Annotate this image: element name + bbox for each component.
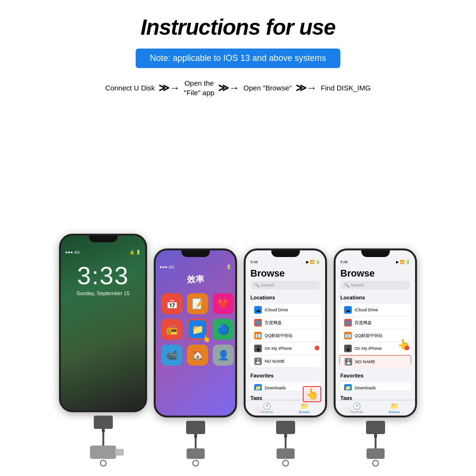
arrow-2: ≫→ [218,82,239,94]
nav-recents-4: 🕐 Recents [351,402,363,414]
phone-2-usb [186,419,205,466]
app-icon-7: 📹 [161,345,182,366]
phone-2-notch [181,250,210,257]
browse-icon-3: 📁 [300,402,308,410]
recents-icon-3: 🕐 [263,402,271,410]
app-icon-2: 📝 [187,293,208,314]
badge-3 [315,346,319,350]
iphone-label-3: On My iPhone [265,346,292,351]
browse-item-icloud-3: ☁ iCloud Drive [249,304,321,317]
usb-body-4 [367,448,385,459]
browse-list-4: ☁ iCloud Drive 🌐 百度网盘 📧 QQ邮箱中转站 📱 [339,304,411,368]
noname-label-3: NO NAME [265,359,285,364]
iphone-label-4: On My iPhone [355,346,382,351]
lock-time: 3:33 [77,263,129,288]
usb-ring-4 [372,460,379,466]
browse-list-3: ☁ iCloud Drive 🌐 百度网盘 📧 QQ邮箱中转站 📱 [249,304,321,368]
browse-status-4: 5:08 ▶ 📶 🔋 [336,259,415,266]
browse-section-locations-4: Locations [336,292,415,301]
app-icon-files: 📁 👆 [187,319,208,340]
phone-1: ●●● 4G 🔒 🔋 3:33 Sunday, September 15 [59,234,147,412]
browse-item-qq-3: 📧 QQ邮箱中转站 [249,329,321,342]
lock-signal: ●●● 4G [65,250,80,255]
app-icon-4: 📻 [161,319,182,340]
hand-pointer-2: 👆 [202,335,210,342]
phone-2: ●●● 4G 🔋 效率 📅 📝 ❤️ 📻 📁 👆 [154,248,237,417]
step-4-label: Find DISK_IMG [321,83,371,93]
phone-1-wrap: ●●● 4G 🔒 🔋 3:33 Sunday, September 15 [59,234,147,466]
lock-date: Sunday, September 15 [77,290,130,296]
browse-item-noname-4: 💾 NO NAME [339,355,411,368]
qq-label-3: QQ邮箱中转站 [265,333,293,339]
nav-recents-3: 🕐 Recents [261,402,273,414]
lockscreen: ●●● 4G 🔒 🔋 3:33 Sunday, September 15 [61,236,145,410]
browse-item-icloud-4: ☁ iCloud Drive [339,304,411,317]
browse-item-baidu-3: 🌐 百度网盘 [249,317,321,329]
nav-browse-4: 📁 Browse [389,402,400,414]
qq-label-4: QQ邮箱中转站 [355,333,383,339]
nav-browse-3: 📁 Browse [299,402,310,414]
badge-4 [405,346,409,350]
connector-2 [186,421,205,434]
connector-1 [94,416,113,429]
note-banner: Note: applicable to IOS 13 and above sys… [136,49,340,68]
browse-time-3: 5:08 [250,260,258,264]
phones-row: ●●● 4G 🔒 🔋 3:33 Sunday, September 15 [10,106,466,466]
phone-3-usb [276,419,295,466]
step-3-label: Open "Browse" [243,83,292,93]
bottom-nav-4: 🕐 Recents 📁 Browse [336,400,415,416]
phone-4-wrap: 5:08 ▶ 📶 🔋 Browse 🔍 Search Locations ☁ i… [334,248,417,466]
phone-3: 5:08 ▶ 📶 🔋 Browse 🔍 Search Locations ☁ i… [244,248,327,417]
icloud-icon-3: ☁ [254,306,262,314]
browse-list-fav-4: 📁 Downloads [339,382,411,391]
browse-search-4: 🔍 Search [340,281,410,289]
page: Instructions for use Note: applicable to… [0,0,476,476]
app-battery: 🔋 [226,265,231,269]
recents-label-3: Recents [261,410,273,414]
phone-3-notch [271,250,300,257]
usb-assembly [90,446,116,459]
iphone-icon-3: 📱 [254,345,262,352]
usb-ring-3 [282,460,289,466]
noname-icon-3: 💾 [254,357,262,365]
browse-title-4: Browse [340,268,410,279]
noname-label-4: NO NAME [355,359,375,364]
usb-body [90,446,116,459]
app-signal: ●●● 4G [159,265,174,269]
browse-icons-4: ▶ 📶 🔋 [396,260,410,264]
arrow-1: ≫→ [159,82,180,94]
baidu-label-4: 百度网盘 [355,320,372,326]
downloads-icon-4: 📁 [344,384,352,391]
icloud-label-4: iCloud Drive [355,307,378,312]
baidu-label-3: 百度网盘 [265,320,282,326]
phone-1-notch [89,236,118,242]
recents-label-4: Recents [351,410,363,414]
arrow-3: ≫→ [296,82,317,94]
baidu-icon-4: 🌐 [344,319,352,327]
phone-3-wrap: 5:08 ▶ 📶 🔋 Browse 🔍 Search Locations ☁ i… [244,248,327,466]
usb-plug [115,449,124,456]
usb-ring-1 [100,460,107,466]
browse-header-3: Browse 🔍 Search [246,266,325,292]
usb-body-3 [277,448,295,459]
browse-label-4: Browse [389,410,400,414]
app-icon-3: ❤️ [213,293,234,314]
app-title: 效率 [187,274,204,285]
browse-icon-4: 📁 [390,402,398,410]
connector-4 [366,421,385,434]
phone-4: 5:08 ▶ 📶 🔋 Browse 🔍 Search Locations ☁ i… [334,248,417,417]
step-1-label: Connect U Disk [105,83,155,93]
icloud-label-3: iCloud Drive [265,307,288,312]
page-title: Instructions for use [140,14,335,40]
usb-ring-2 [192,460,199,466]
browse-section-favorites-3: Favorites [246,370,325,379]
app-icon-8: 🏠 [187,345,208,366]
phone-1-usb [90,414,116,466]
browse-item-noname-3: 💾 NO NAME [249,355,321,368]
iphone-icon-4: 📱 [344,345,352,352]
phone-2-wrap: ●●● 4G 🔋 效率 📅 📝 ❤️ 📻 📁 👆 [154,248,237,466]
qq-icon-3: 📧 [254,332,262,339]
downloads-label-4: Downloads [355,386,376,390]
app-icon-1: 📅 [161,293,182,314]
usb-body-2 [187,448,205,459]
